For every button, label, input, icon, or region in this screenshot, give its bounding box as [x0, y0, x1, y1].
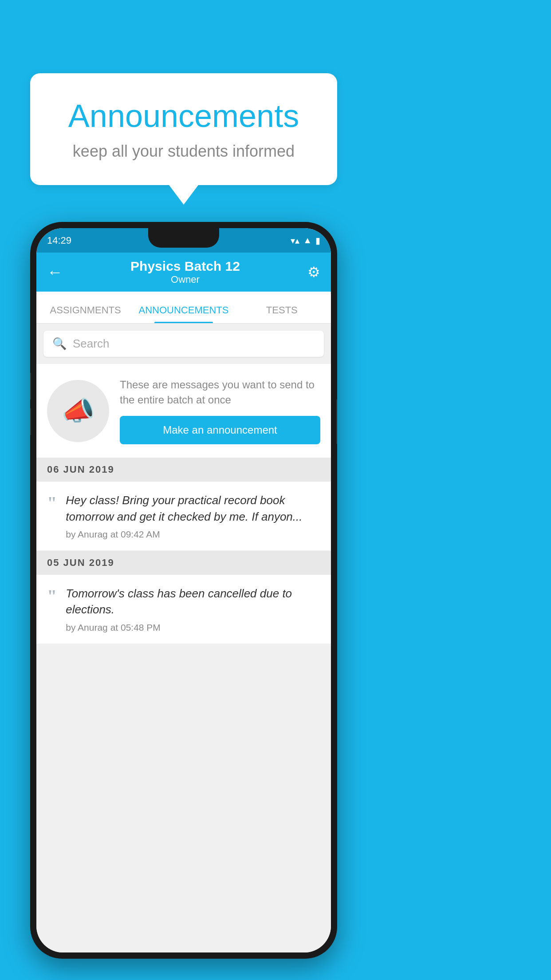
tab-tests[interactable]: TESTS	[233, 304, 331, 323]
promo-content: These are messages you want to send to t…	[120, 377, 320, 444]
app-bar-title: Physics Batch 12	[130, 259, 240, 274]
announcement-text-1: Hey class! Bring your practical record b…	[66, 492, 320, 525]
announcement-meta-1: by Anurag at 09:42 AM	[66, 529, 320, 540]
megaphone-icon: 📣	[62, 395, 95, 427]
date-separator-1: 06 JUN 2019	[36, 458, 331, 482]
volume-up-button	[30, 373, 31, 399]
bubble-title: Announcements	[57, 98, 311, 134]
announcement-text-2: Tomorrow's class has been cancelled due …	[66, 585, 320, 618]
make-announcement-button[interactable]: Make an announcement	[120, 416, 320, 444]
tab-assignments[interactable]: ASSIGNMENTS	[36, 304, 134, 323]
status-time: 14:29	[47, 235, 71, 246]
back-button[interactable]: ←	[47, 263, 63, 281]
app-bar: ← Physics Batch 12 Owner ⚙	[36, 253, 331, 292]
battery-icon: ▮	[315, 235, 320, 246]
search-icon: 🔍	[52, 337, 67, 351]
announcement-meta-2: by Anurag at 05:48 PM	[66, 622, 320, 633]
app-bar-subtitle: Owner	[130, 274, 240, 285]
speech-bubble-card: Announcements keep all your students inf…	[30, 73, 337, 185]
announcement-item-2[interactable]: " Tomorrow's class has been cancelled du…	[36, 575, 331, 644]
bubble-subtitle: keep all your students informed	[57, 142, 311, 161]
announcement-content-2: Tomorrow's class has been cancelled due …	[66, 585, 320, 633]
promo-card: 📣 These are messages you want to send to…	[36, 364, 331, 458]
app-bar-center: Physics Batch 12 Owner	[130, 259, 240, 285]
quote-icon-1: "	[47, 494, 57, 512]
search-placeholder: Search	[73, 337, 109, 351]
promo-description: These are messages you want to send to t…	[120, 377, 320, 407]
settings-button[interactable]: ⚙	[307, 264, 320, 281]
phone-screen: 14:29 ▾▴ ▲ ▮ ← Physics Batch 12 Owner ⚙ …	[36, 228, 331, 952]
wifi-icon: ▾▴	[291, 235, 299, 246]
quote-icon-2: "	[47, 587, 57, 605]
phone-notch	[148, 228, 219, 248]
power-button	[336, 399, 337, 444]
tab-bar: ASSIGNMENTS ANNOUNCEMENTS TESTS	[36, 292, 331, 324]
announcement-item-1[interactable]: " Hey class! Bring your practical record…	[36, 482, 331, 551]
date-separator-2: 05 JUN 2019	[36, 551, 331, 575]
content-area: 🔍 Search 📣 These are messages you want t…	[36, 324, 331, 952]
signal-icon: ▲	[303, 235, 312, 245]
promo-icon-circle: 📣	[47, 380, 109, 442]
phone-frame: 14:29 ▾▴ ▲ ▮ ← Physics Batch 12 Owner ⚙ …	[30, 222, 337, 959]
tab-announcements[interactable]: ANNOUNCEMENTS	[134, 304, 232, 323]
announcement-content-1: Hey class! Bring your practical record b…	[66, 492, 320, 540]
status-icons: ▾▴ ▲ ▮	[291, 235, 320, 246]
search-bar[interactable]: 🔍 Search	[43, 331, 324, 357]
volume-down-button	[30, 408, 31, 435]
